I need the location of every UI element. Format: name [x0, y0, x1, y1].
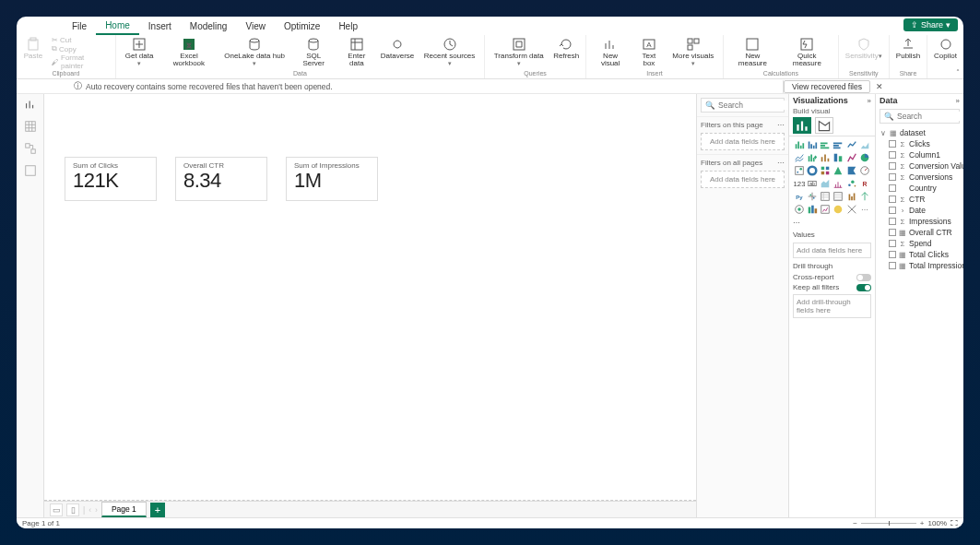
copilot-button[interactable]: Copilot [931, 36, 960, 70]
viz-type-21[interactable] [832, 177, 844, 189]
checkbox[interactable] [889, 218, 896, 225]
zoom-slider[interactable] [861, 523, 916, 524]
viz-type-35[interactable]: ⋯ [859, 203, 871, 215]
checkbox[interactable] [889, 207, 896, 214]
viz-type-11[interactable] [859, 151, 871, 163]
field-ctr[interactable]: ΣCTR [889, 194, 960, 205]
checkbox[interactable] [889, 229, 896, 236]
field-conversion-value[interactable]: ΣConversion Value [889, 160, 960, 172]
viz-type-15[interactable] [832, 164, 844, 176]
viz-type-22[interactable] [845, 177, 857, 189]
copy-button[interactable]: ⧉ Copy [52, 44, 108, 53]
checkbox[interactable] [889, 240, 896, 247]
cut-button[interactable]: ✂ Cut [52, 36, 108, 44]
viz-type-17[interactable] [859, 164, 871, 176]
more-icon[interactable]: ⋯ [777, 121, 785, 129]
viz-type-13[interactable] [806, 164, 818, 176]
collapse-icon[interactable]: » [956, 97, 960, 105]
tab-insert[interactable]: Insert [139, 17, 181, 35]
viz-type-20[interactable] [820, 177, 832, 189]
checkbox[interactable] [889, 151, 896, 159]
tab-view[interactable]: View [236, 17, 275, 35]
viz-type-10[interactable] [845, 151, 857, 163]
viz-type-33[interactable] [832, 203, 844, 215]
table-node[interactable]: ∨▦dataset [880, 127, 960, 138]
viz-type-5[interactable] [859, 138, 871, 150]
more-visuals-button[interactable]: More visuals ▾ [667, 36, 719, 70]
paste-button[interactable]: Paste [20, 36, 46, 70]
tab-file[interactable]: File [63, 17, 96, 35]
viz-type-0[interactable] [793, 138, 805, 150]
build-visual-icon[interactable] [793, 117, 811, 134]
viz-type-30[interactable] [793, 203, 805, 215]
tab-optimize[interactable]: Optimize [275, 17, 329, 35]
viz-type-28[interactable] [845, 190, 857, 202]
prev-page-icon[interactable]: ‹ [89, 505, 91, 515]
canvas[interactable]: Sum of Clicks 121K Overall CTR 8.34 Sum … [44, 94, 696, 501]
viz-type-29[interactable] [859, 190, 871, 202]
viz-type-23[interactable]: R [859, 177, 871, 189]
model-view-icon[interactable] [24, 142, 37, 155]
field-date[interactable]: ›Date [889, 205, 960, 216]
checkbox[interactable] [889, 262, 896, 269]
viz-type-16[interactable] [845, 164, 857, 176]
field-clicks[interactable]: ΣClicks [889, 138, 960, 149]
table-view-icon[interactable] [24, 120, 37, 133]
field-conversions[interactable]: ΣConversions [889, 172, 960, 183]
viz-type-12[interactable] [793, 164, 805, 176]
viz-type-3[interactable] [832, 138, 844, 150]
viz-type-32[interactable] [820, 203, 832, 215]
format-visual-icon[interactable] [815, 117, 833, 134]
filter-drop2[interactable]: Add data fields here [701, 171, 785, 188]
dax-view-icon[interactable] [24, 164, 37, 177]
viz-type-26[interactable] [820, 190, 832, 202]
next-page-icon[interactable]: › [95, 505, 98, 515]
share-button[interactable]: ⇪ Share ▾ [903, 18, 958, 31]
get-data-button[interactable]: Get data ▾ [120, 36, 159, 70]
viz-type-4[interactable] [845, 138, 857, 150]
viz-type-27[interactable] [832, 190, 844, 202]
checkbox[interactable] [889, 184, 896, 192]
sensitivity-button[interactable]: Sensitivity▾ [843, 36, 885, 70]
zoom-out-icon[interactable]: − [853, 519, 857, 527]
view-recovered-button[interactable]: View recovered files [784, 80, 870, 93]
viz-type-31[interactable] [806, 203, 818, 215]
enter-data-button[interactable]: Enter data [337, 36, 376, 70]
collapse-ribbon-icon[interactable]: ˄ [956, 68, 960, 77]
keep-filters-toggle[interactable] [856, 284, 871, 291]
viz-type-18[interactable]: 123 [793, 177, 805, 189]
quick-measure-button[interactable]: Quick measure [780, 36, 834, 70]
collapse-icon[interactable]: » [868, 97, 871, 105]
viz-type-6[interactable] [793, 151, 805, 163]
field-country[interactable]: Country [889, 183, 960, 194]
viz-type-9[interactable] [832, 151, 844, 163]
field-impressions[interactable]: ΣImpressions [889, 216, 960, 227]
field-column1[interactable]: ΣColumn1 [889, 149, 960, 160]
fit-icon[interactable]: ⛶ [950, 519, 958, 527]
report-view-icon[interactable] [24, 98, 37, 111]
format-painter-button[interactable]: 🖌 Format painter [52, 53, 108, 70]
viz-type-14[interactable] [820, 164, 832, 176]
mobile-layout-icon[interactable]: ▯ [66, 504, 79, 516]
close-icon[interactable]: ✕ [876, 82, 883, 91]
new-visual-button[interactable]: New visual [590, 36, 631, 70]
checkbox[interactable] [889, 251, 896, 258]
checkbox[interactable] [889, 162, 896, 170]
viz-type-19[interactable]: ab [806, 177, 818, 189]
desktop-layout-icon[interactable]: ▭ [50, 504, 63, 516]
field-spend[interactable]: ΣSpend [889, 238, 960, 249]
tab-modeling[interactable]: Modeling [181, 17, 237, 35]
text-box-button[interactable]: AText box [632, 36, 665, 70]
ellipsis-icon[interactable]: ⋯ [789, 217, 875, 229]
refresh-button[interactable]: Refresh [550, 36, 582, 70]
transform-button[interactable]: Transform data ▾ [489, 36, 549, 70]
card-clicks[interactable]: Sum of Clicks 121K [65, 157, 157, 201]
checkbox[interactable] [889, 195, 896, 203]
viz-type-7[interactable] [806, 151, 818, 163]
page-tab-1[interactable]: Page 1 [101, 502, 147, 517]
tab-help[interactable]: Help [329, 17, 367, 35]
field-total-clicks[interactable]: ▦Total Clicks [889, 249, 960, 260]
viz-type-8[interactable] [820, 151, 832, 163]
sql-button[interactable]: SQL Server [292, 36, 336, 70]
data-search-input[interactable] [897, 112, 963, 121]
